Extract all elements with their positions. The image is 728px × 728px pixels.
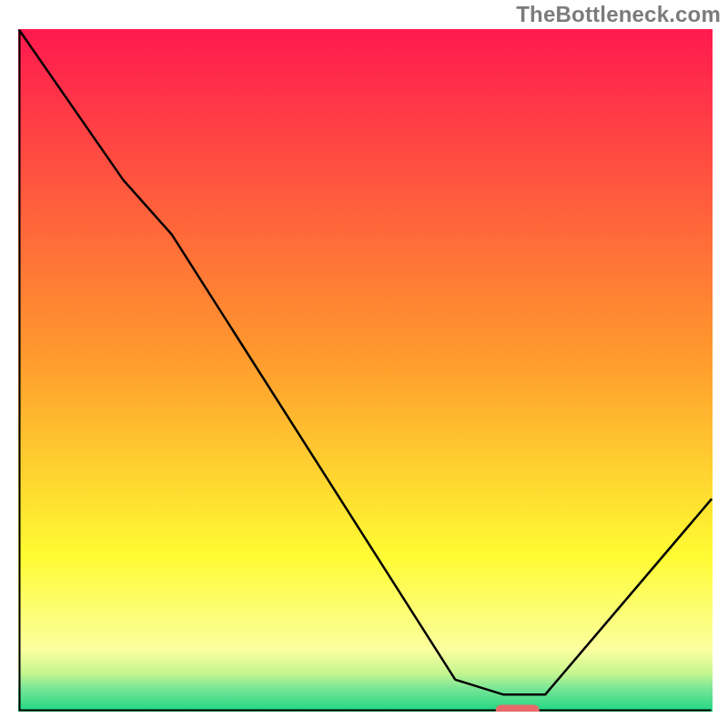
chart-container: TheBottleneck.com [0,0,728,728]
optimal-marker [496,705,540,713]
plot-area [18,29,713,712]
chart-svg [18,29,713,712]
gradient-background [18,29,713,712]
watermark-text: TheBottleneck.com [516,2,721,27]
